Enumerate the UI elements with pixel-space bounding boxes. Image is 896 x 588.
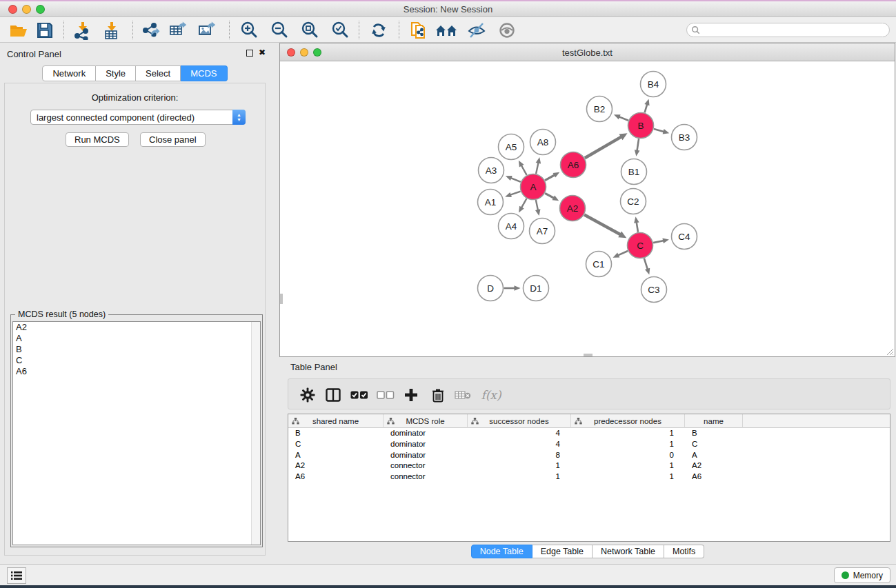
result-list-scrollbar[interactable] <box>251 322 260 545</box>
graph-edge-A-A3[interactable] <box>510 178 521 182</box>
table-cell[interactable]: A2 <box>685 460 743 472</box>
table-cell[interactable]: A2 <box>288 460 384 472</box>
tab-style[interactable]: Style <box>96 65 136 81</box>
import-table-button[interactable] <box>99 19 123 41</box>
graph-edge-B-B3[interactable] <box>654 129 664 132</box>
result-item[interactable]: A2 <box>13 322 260 333</box>
function-builder-button[interactable]: f(x) <box>477 385 505 405</box>
table-cell[interactable]: connector <box>384 460 468 472</box>
graph-edge-A-A5[interactable] <box>521 165 526 175</box>
table-cell[interactable]: 8 <box>468 450 571 461</box>
graph-edge-B-B2[interactable] <box>619 116 628 121</box>
table-row[interactable]: Bdominator41B <box>288 428 890 439</box>
graph-edge-C-C3[interactable] <box>644 258 648 270</box>
column-header-successor-nodes[interactable]: successor nodes <box>468 414 571 428</box>
graph-edge-C-C2[interactable] <box>637 222 638 232</box>
table-cell[interactable]: 1 <box>571 428 685 439</box>
deselect-all-button[interactable] <box>375 385 396 405</box>
memory-button[interactable]: Memory <box>834 567 890 583</box>
export-image-button[interactable] <box>196 19 219 41</box>
table-row[interactable]: Cdominator41C <box>288 439 890 450</box>
tab-network-table[interactable]: Network Table <box>593 545 664 558</box>
zoom-selected-button[interactable] <box>328 19 352 41</box>
apply-layout-button[interactable] <box>367 19 390 41</box>
table-cell[interactable]: connector <box>384 472 468 483</box>
result-item[interactable]: A <box>13 333 260 344</box>
select-all-button[interactable] <box>349 385 370 405</box>
table-cell[interactable]: B <box>685 428 743 439</box>
table-cell[interactable]: 1 <box>571 439 685 450</box>
graph-edge-B-B4[interactable] <box>645 104 648 113</box>
graph-edge-A-A1[interactable] <box>510 192 520 195</box>
table-cell[interactable]: 1 <box>571 460 685 472</box>
delete-table-button[interactable] <box>452 385 473 405</box>
table-cell[interactable]: 1 <box>571 472 685 483</box>
show-panels-button[interactable] <box>495 19 519 41</box>
network-from-selection-button[interactable] <box>407 19 430 41</box>
save-session-button[interactable] <box>33 19 57 41</box>
resize-grip[interactable] <box>884 346 894 356</box>
graph-edge-C-C4[interactable] <box>653 241 664 243</box>
table-cell[interactable]: 1 <box>468 472 571 483</box>
task-history-button[interactable] <box>7 567 26 584</box>
graph-edge-A-A4[interactable] <box>521 199 527 208</box>
table-cell[interactable]: A <box>288 450 384 461</box>
criterion-select[interactable]: largest connected component (directed) ▲… <box>30 110 246 125</box>
graph-edge-A-A7[interactable] <box>536 200 538 210</box>
table-row[interactable]: A6connector11A6 <box>288 472 890 483</box>
column-view-button[interactable] <box>323 385 344 405</box>
table-cell[interactable]: C <box>288 439 384 450</box>
horizontal-scroll-nub[interactable] <box>584 354 593 356</box>
column-header-predecessor-nodes[interactable]: predecessor nodes <box>571 414 685 428</box>
table-cell[interactable]: B <box>288 428 384 439</box>
zoom-fit-button[interactable] <box>298 19 321 41</box>
result-item[interactable]: C <box>13 355 260 366</box>
result-item[interactable]: B <box>13 344 260 355</box>
graph-edge-A6-B[interactable] <box>585 136 621 158</box>
table-cell[interactable]: A <box>685 450 743 461</box>
open-file-button[interactable] <box>7 19 30 41</box>
zoom-in-button[interactable] <box>237 19 261 41</box>
close-panel-icon[interactable]: ✖ <box>259 48 266 57</box>
search-input[interactable] <box>703 26 889 35</box>
vertical-scroll-nub[interactable] <box>280 294 283 304</box>
table-cell[interactable]: 4 <box>468 428 571 439</box>
graph-edge-A-A2[interactable] <box>545 193 555 198</box>
add-column-button[interactable] <box>401 385 421 405</box>
graph-edge-A-A6[interactable] <box>545 174 555 180</box>
column-header-name[interactable]: name <box>685 414 743 428</box>
export-table-button[interactable] <box>167 19 190 41</box>
table-cell[interactable]: dominator <box>384 450 468 461</box>
graph-edge-A2-C[interactable] <box>584 214 621 234</box>
hide-panels-button[interactable] <box>465 19 488 41</box>
delete-column-button[interactable] <box>428 385 448 405</box>
column-header-mcds-role[interactable]: MCDS role <box>384 414 468 428</box>
table-row[interactable]: Adominator80A <box>288 450 890 461</box>
result-item[interactable]: A6 <box>13 366 260 377</box>
mcds-result-list[interactable]: A2ABCA6 <box>12 321 261 545</box>
table-cell[interactable]: dominator <box>384 439 468 450</box>
close-panel-button[interactable]: Close panel <box>140 132 206 147</box>
graph-edge-C-C1[interactable] <box>617 251 628 256</box>
tab-edge-table[interactable]: Edge Table <box>532 545 593 558</box>
table-cell[interactable]: C <box>685 439 743 450</box>
import-network-button[interactable] <box>70 19 94 41</box>
table-cell[interactable]: 0 <box>571 450 685 461</box>
graph-edge-A-A8[interactable] <box>536 162 539 174</box>
tab-network[interactable]: Network <box>42 65 96 81</box>
tab-mcds[interactable]: MCDS <box>181 65 227 81</box>
tab-select[interactable]: Select <box>136 65 181 81</box>
export-network-button[interactable] <box>139 19 163 41</box>
table-row[interactable]: A2connector11A2 <box>288 460 890 472</box>
float-panel-icon[interactable] <box>246 50 253 57</box>
table-cell[interactable]: 4 <box>468 439 571 450</box>
table-cell[interactable]: A6 <box>685 472 743 483</box>
column-header-shared-name[interactable]: shared name <box>288 414 384 428</box>
run-mcds-button[interactable]: Run MCDS <box>66 132 129 147</box>
table-cell[interactable]: 1 <box>468 460 571 472</box>
table-settings-button[interactable] <box>297 385 318 405</box>
table-cell[interactable]: A6 <box>288 472 384 483</box>
search-field[interactable] <box>686 23 890 37</box>
tab-motifs[interactable]: Motifs <box>664 545 704 558</box>
first-neighbors-button[interactable] <box>435 19 458 41</box>
